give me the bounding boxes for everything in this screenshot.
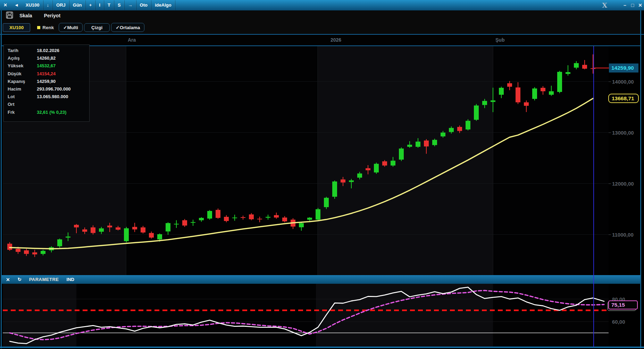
window-border-bottom: [0, 347, 644, 348]
price-tick-13000: 13000,00: [612, 130, 634, 136]
indicator-value-tag: 75,15: [608, 300, 638, 309]
candlestick-chart[interactable]: [3, 46, 609, 275]
info-label-ort: Ort: [4, 102, 37, 109]
info-value-frk: 32,61 (% 0,23): [37, 110, 66, 117]
save-icon[interactable]: [6, 11, 13, 20]
candle: [474, 104, 479, 121]
price-tick-14000: 14000,00: [612, 79, 634, 85]
cizgi-label: Çizgi: [91, 25, 102, 30]
idealgo-button[interactable]: ideAlgo: [151, 0, 175, 10]
close-window-button[interactable]: ✕: [636, 2, 644, 8]
info-label-frk: Frk: [4, 110, 37, 117]
candle: [316, 208, 320, 221]
menu-bar: Skala Periyot: [2, 10, 640, 21]
t-button[interactable]: T: [104, 0, 114, 10]
oscillator-chart[interactable]: [3, 284, 609, 348]
oto-button[interactable]: Oto: [136, 0, 151, 10]
indicator-parametre-button[interactable]: PARAMETRE: [29, 277, 59, 282]
time-axis: Ara 2026 Şub: [2, 35, 640, 45]
check-icon: ✓: [63, 25, 67, 30]
indicator-header-bar: ✕ ↻ PARAMETRE IND: [2, 275, 641, 284]
candle: [466, 119, 470, 130]
candle: [399, 147, 404, 161]
price-tick-12000: 12000,00: [612, 181, 634, 187]
month-band: [76, 284, 316, 348]
renk-control[interactable]: Renk: [37, 25, 54, 30]
axis-tick: [609, 235, 611, 235]
menu-skala[interactable]: Skala: [19, 13, 32, 18]
menu-periyot[interactable]: Periyot: [44, 13, 60, 18]
info-label-acilis: Açılış: [4, 56, 37, 63]
indicator-close-icon[interactable]: ✕: [6, 277, 10, 282]
month-band: [493, 284, 609, 348]
moving-average-tag: 13668,71: [608, 94, 639, 103]
app-window: ✕ ◄ XU100 ↓ ORJ Gün + I T S → Oto ideAlg…: [0, 0, 644, 349]
indicator-refresh-icon[interactable]: ↻: [18, 277, 22, 282]
axis-tick: [609, 184, 611, 184]
month-label-2026: 2026: [331, 37, 341, 43]
tab-bar: XU100 Renk ✓Multi Çizgi ✓Ortalama: [2, 21, 640, 34]
info-label-yuksek: Yüksek: [4, 63, 37, 71]
s-button[interactable]: S: [114, 0, 125, 10]
plus-button[interactable]: +: [86, 0, 96, 10]
quote-info-panel: Tarih18.02.2026 Açılış14260,82 Yüksek145…: [3, 44, 90, 122]
info-value-kapanis: 14259,90: [37, 79, 56, 86]
candle: [374, 163, 379, 174]
indicator-tick-60: 60,00: [612, 319, 625, 325]
back-arrow-icon[interactable]: ◄: [11, 0, 22, 10]
close-chart-icon[interactable]: ✕: [0, 0, 11, 10]
multi-label: Multi: [67, 25, 78, 30]
last-price-tag: 14259,90: [609, 63, 638, 73]
i-button[interactable]: I: [95, 0, 104, 10]
candle: [207, 210, 212, 220]
info-label-lot: Lot: [4, 94, 37, 102]
forward-arrow-button[interactable]: →: [125, 0, 136, 10]
candle: [124, 227, 129, 242]
minimize-button[interactable]: –: [621, 2, 629, 8]
multi-toggle[interactable]: ✓Multi: [59, 23, 83, 32]
info-label-hacim: Hacim: [4, 86, 37, 94]
window-border-right: [640, 10, 641, 348]
info-label-kapanis: Kapanış: [4, 79, 37, 86]
down-arrow-button[interactable]: ↓: [43, 0, 53, 10]
renk-label: Renk: [42, 25, 54, 30]
maximize-button[interactable]: □: [629, 2, 636, 8]
x-logo: X: [602, 1, 621, 9]
info-label-tarih: Tarih: [4, 48, 37, 56]
info-label-dusuk: Düşük: [4, 71, 37, 79]
orj-button[interactable]: ORJ: [53, 0, 69, 10]
symbol-title[interactable]: XU100: [22, 0, 43, 10]
info-value-yuksek: 14532,67: [37, 63, 56, 71]
month-band: [493, 46, 609, 275]
month-label-ara: Ara: [128, 37, 136, 43]
info-value-hacim: 293.096.700.000: [37, 86, 71, 94]
candle: [216, 208, 220, 219]
info-value-acilis: 14260,82: [37, 56, 56, 63]
gun-period-button[interactable]: Gün: [69, 0, 86, 10]
check-icon: ✓: [116, 25, 119, 30]
cizgi-toggle[interactable]: Çizgi: [84, 23, 110, 32]
candle: [332, 180, 337, 199]
info-value-dusuk: 14154,24: [37, 71, 56, 79]
tab-xu100[interactable]: XU100: [3, 23, 30, 32]
color-swatch-icon: [37, 26, 40, 29]
axis-tick: [609, 82, 611, 82]
ortalama-toggle[interactable]: ✓Ortalama: [111, 23, 144, 32]
indicator-ind-button[interactable]: IND: [67, 277, 74, 282]
last-price-line: [594, 68, 610, 68]
title-bar: ✕ ◄ XU100 ↓ ORJ Gün + I T S → Oto ideAlg…: [0, 0, 644, 10]
candle: [532, 87, 537, 100]
month-label-sub: Şub: [495, 37, 504, 43]
candle: [557, 71, 562, 93]
price-tick-11000: 11000,00: [612, 232, 634, 238]
crosshair-vertical-line: [593, 46, 594, 347]
info-value-lot: 13.065.980.000: [37, 94, 68, 102]
axis-tick: [609, 133, 611, 133]
window-border-left: [1, 10, 2, 348]
info-value-tarih: 18.02.2026: [37, 48, 59, 56]
ortalama-label: Ortalama: [120, 25, 140, 30]
